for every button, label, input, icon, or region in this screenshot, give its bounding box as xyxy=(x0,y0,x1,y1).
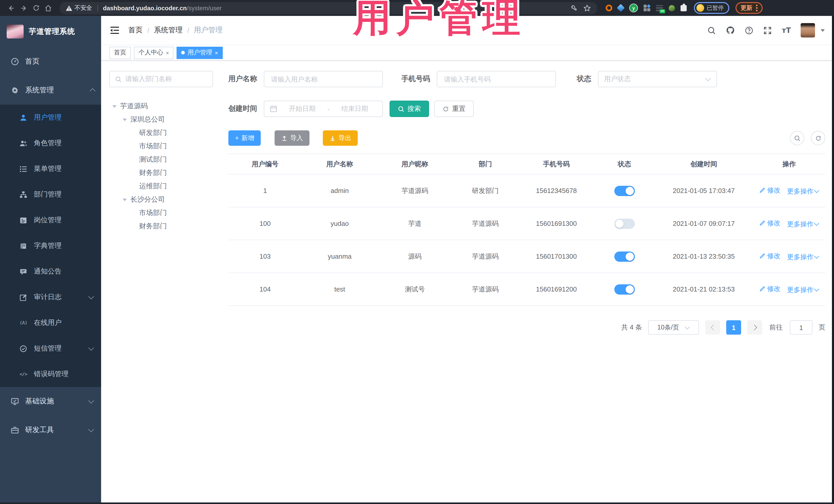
sidebar-item-users[interactable]: 用户管理 xyxy=(0,105,101,130)
browser-update-button[interactable]: 更新 xyxy=(736,2,763,14)
export-button[interactable]: 导出 xyxy=(323,130,358,146)
search-icon[interactable] xyxy=(707,26,716,35)
refresh-table-button[interactable] xyxy=(811,131,825,145)
sidebar-item-audit-log[interactable]: 审计日志 xyxy=(0,284,101,310)
edit-link[interactable]: 修改 xyxy=(759,185,781,195)
search-button[interactable]: 搜索 xyxy=(390,101,429,117)
more-actions-link[interactable]: 更多操作 xyxy=(787,187,819,196)
tree-node[interactable]: 长沙分公司 xyxy=(109,193,213,206)
extension-orange-icon[interactable] xyxy=(606,5,612,11)
page-size-select[interactable]: 10条/页 xyxy=(648,320,699,335)
password-key-icon[interactable] xyxy=(570,4,578,12)
status-toggle[interactable] xyxy=(614,251,635,262)
extension-grid-icon[interactable] xyxy=(643,5,650,11)
sidebar-item-depts[interactable]: 部门管理 xyxy=(0,182,101,207)
code-icon: </> xyxy=(19,372,28,377)
tree-caret-icon[interactable] xyxy=(112,105,116,108)
status-toggle[interactable] xyxy=(614,218,635,229)
import-button[interactable]: 导入 xyxy=(275,130,310,146)
page-number-current[interactable]: 1 xyxy=(726,320,741,335)
sidebar-item-online-users[interactable]: (A) 在线用户 xyxy=(0,310,101,336)
goto-page-input[interactable] xyxy=(790,320,812,335)
sidebar-collapse-icon[interactable] xyxy=(110,27,119,34)
prev-page-button[interactable] xyxy=(705,320,720,335)
sidebar-item-label: 部门管理 xyxy=(34,190,62,199)
cell-username: admin xyxy=(302,174,377,207)
tab-profile[interactable]: 个人中心 × xyxy=(134,46,174,59)
extension-green-icon[interactable]: y xyxy=(629,4,638,12)
extension-gem-icon[interactable] xyxy=(617,4,624,12)
status-toggle[interactable] xyxy=(614,284,635,294)
department-search-input[interactable]: 请输入部门名称 xyxy=(109,71,213,87)
breadcrumb-current: 用户管理 xyxy=(194,26,223,35)
breadcrumb-system[interactable]: 系统管理 xyxy=(154,26,183,35)
date-range-picker[interactable]: 开始日期 - 结束日期 xyxy=(264,101,383,117)
edit-link[interactable]: 修改 xyxy=(759,251,781,261)
more-actions-link[interactable]: 更多操作 xyxy=(787,219,819,229)
security-warning[interactable]: 不安全 xyxy=(66,4,92,12)
toggle-search-button[interactable] xyxy=(790,131,804,145)
tree-node[interactable]: 测试部门 xyxy=(109,153,213,166)
sidebar-item-home[interactable]: 首页 xyxy=(0,47,101,76)
more-actions-link[interactable]: 更多操作 xyxy=(787,252,819,262)
sidebar-item-label: 字典管理 xyxy=(34,241,62,250)
reset-button[interactable]: 重置 xyxy=(434,101,474,117)
user-avatar[interactable] xyxy=(800,23,815,38)
sidebar-item-devtools[interactable]: 研发工具 xyxy=(0,416,101,444)
browser-reload-button[interactable] xyxy=(30,2,42,14)
status-select[interactable]: 用户状态 xyxy=(598,71,717,87)
mobile-input[interactable] xyxy=(443,75,550,83)
more-actions-link[interactable]: 更多操作 xyxy=(787,285,819,294)
tree-node[interactable]: 市场部门 xyxy=(109,206,213,220)
add-button[interactable]: + 新增 xyxy=(228,130,261,146)
profile-paused-badge[interactable]: 已暂停 xyxy=(694,2,729,14)
extensions-puzzle-icon[interactable] xyxy=(681,5,687,11)
browser-forward-button[interactable] xyxy=(18,2,30,14)
tree-node[interactable]: 财务部门 xyxy=(109,166,213,180)
font-size-icon[interactable]: тT xyxy=(782,26,791,35)
close-icon[interactable]: × xyxy=(215,49,218,56)
paused-label: 已暂停 xyxy=(707,4,724,12)
github-icon[interactable] xyxy=(726,26,735,35)
sidebar-item-error-codes[interactable]: </> 错误码管理 xyxy=(0,361,101,387)
tree-caret-icon[interactable] xyxy=(123,118,127,121)
sidebar-item-system[interactable]: 系统管理 xyxy=(0,76,101,105)
mobile-field[interactable] xyxy=(437,71,556,87)
close-icon[interactable]: × xyxy=(166,49,169,56)
sidebar-item-menus[interactable]: 菜单管理 xyxy=(0,156,101,182)
tree-caret-icon[interactable] xyxy=(123,198,127,201)
tree-node[interactable]: 芋道源码 xyxy=(109,100,213,113)
sidebar-item-dict[interactable]: 字典管理 xyxy=(0,233,101,259)
sidebar-item-sms[interactable]: 短信管理 xyxy=(0,336,101,361)
username-field[interactable] xyxy=(264,71,383,87)
browser-home-button[interactable] xyxy=(42,2,54,14)
tree-node[interactable]: 深圳总公司 xyxy=(109,113,213,126)
sidebar-item-infra[interactable]: 基础设施 xyxy=(0,387,101,416)
extension-switch-icon[interactable]: on xyxy=(656,5,663,11)
sidebar-item-notice[interactable]: 通知公告 xyxy=(0,259,101,284)
status-toggle[interactable] xyxy=(614,185,635,196)
browser-back-button[interactable] xyxy=(5,2,18,14)
tab-user-management[interactable]: 用户管理 × xyxy=(177,46,223,59)
sidebar-item-roles[interactable]: 角色管理 xyxy=(0,130,101,156)
bookmark-star-icon[interactable] xyxy=(583,4,591,12)
fullscreen-icon[interactable] xyxy=(764,26,772,35)
profile-avatar-icon xyxy=(697,4,704,12)
browser-menu-icon[interactable] xyxy=(756,5,758,11)
edit-link[interactable]: 修改 xyxy=(759,218,781,227)
import-button-label: 导入 xyxy=(290,134,303,143)
breadcrumb-home[interactable]: 首页 xyxy=(128,26,143,35)
help-icon[interactable] xyxy=(745,26,754,35)
tab-home[interactable]: 首页 xyxy=(109,46,131,59)
tree-node[interactable]: 市场部门 xyxy=(109,139,213,153)
next-page-button[interactable] xyxy=(747,320,762,335)
tree-node[interactable]: 运维部门 xyxy=(109,180,213,193)
tree-node[interactable]: 研发部门 xyxy=(109,126,213,139)
address-bar[interactable]: 不安全 dashboard.yudao.iocoder.cn /system/u… xyxy=(60,2,597,14)
username-input[interactable] xyxy=(270,75,377,83)
avatar-caret-icon[interactable] xyxy=(821,29,825,31)
extension-sprout-icon[interactable] xyxy=(669,5,675,11)
sidebar-item-posts[interactable]: 岗位管理 xyxy=(0,207,101,233)
tree-node[interactable]: 财务部门 xyxy=(109,220,213,233)
edit-link[interactable]: 修改 xyxy=(759,284,781,293)
